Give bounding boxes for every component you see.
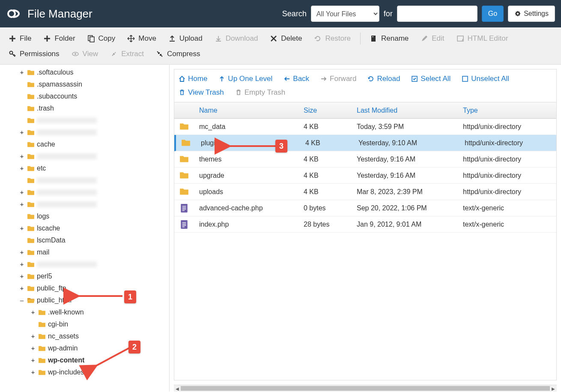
tree-item[interactable]: +wp-content — [2, 354, 169, 366]
table-body[interactable]: mc_data4 KBToday, 3:59 PMhttpd/unix-dire… — [174, 119, 556, 380]
file-button[interactable]: File — [3, 31, 37, 46]
tree-item[interactable]: +wp-includes — [2, 366, 169, 378]
compress-button[interactable]: Compress — [150, 46, 206, 62]
tree-item[interactable]: +lscache — [2, 222, 169, 234]
tree-item[interactable]: +.well-known — [2, 306, 169, 318]
file-type: httpd/unix-directory — [458, 156, 556, 163]
go-button[interactable]: Go — [482, 6, 504, 22]
home-button[interactable]: Home — [179, 73, 207, 85]
expander-icon[interactable]: + — [19, 165, 25, 172]
folder-button[interactable]: Folder — [37, 31, 81, 46]
table-row[interactable]: mc_data4 KBToday, 3:59 PMhttpd/unix-dire… — [174, 119, 556, 135]
col-size[interactable]: Size — [298, 107, 352, 114]
tree-item[interactable]: + — [2, 186, 169, 198]
app-header: File Manager Search All Your Files for G… — [0, 0, 561, 27]
expander-icon[interactable]: + — [19, 249, 25, 256]
expander-icon[interactable]: + — [30, 333, 36, 340]
annotation-2: 2 — [128, 341, 140, 353]
expander-icon[interactable]: + — [30, 309, 36, 316]
expander-icon[interactable]: + — [30, 345, 36, 352]
table-row[interactable]: uploads4 KBMar 8, 2023, 2:39 PMhttpd/uni… — [174, 184, 556, 200]
tree-label: public_ftp — [37, 284, 66, 292]
expander-icon[interactable]: + — [19, 285, 25, 292]
delete-button[interactable]: Delete — [264, 31, 308, 46]
tree-item[interactable]: +wp-admin — [2, 342, 169, 354]
download-button[interactable]: Download — [209, 31, 264, 46]
expander-icon[interactable]: + — [19, 201, 25, 208]
html-editor-button[interactable]: HTML Editor — [451, 31, 514, 46]
table-row[interactable]: index.php28 bytesJan 9, 2012, 9:01 AMtex… — [174, 216, 556, 233]
tree-item[interactable]: +.trash — [2, 102, 169, 114]
tree-item[interactable]: + — [2, 150, 169, 162]
tree-item[interactable]: + — [2, 258, 169, 270]
expander-icon[interactable]: + — [19, 273, 25, 280]
copy-button[interactable]: Copy — [81, 31, 122, 46]
forward-button[interactable]: Forward — [320, 73, 356, 85]
file-size: 28 bytes — [298, 221, 352, 228]
tree-item[interactable]: +mail — [2, 246, 169, 258]
view-button[interactable]: View — [66, 46, 104, 62]
file-name: advanced-cache.php — [194, 204, 298, 212]
up-button[interactable]: Up One Level — [218, 73, 272, 85]
folder-icon — [27, 201, 35, 208]
scroll-left-icon[interactable]: ◀ — [174, 385, 181, 392]
expander-icon[interactable]: + — [19, 153, 25, 160]
extract-button[interactable]: Extract — [104, 46, 150, 62]
restore-button[interactable]: Restore — [308, 31, 357, 46]
empty-trash-button[interactable]: Empty Trash — [235, 87, 285, 99]
file-size: 0 bytes — [298, 204, 352, 212]
expander-icon[interactable]: + — [19, 69, 25, 76]
permissions-button[interactable]: Permissions — [3, 46, 66, 62]
settings-button[interactable]: Settings — [508, 6, 555, 22]
tree-item[interactable]: +.subaccounts — [2, 90, 169, 102]
search-scope-select[interactable]: All Your Files — [311, 6, 379, 22]
expander-icon[interactable]: + — [30, 369, 36, 376]
view-trash-button[interactable]: View Trash — [179, 87, 224, 99]
col-type[interactable]: Type — [458, 107, 556, 114]
tree-item[interactable]: +cgi-bin — [2, 318, 169, 330]
folder-icon — [27, 165, 35, 172]
tree-item[interactable]: + — [2, 174, 169, 186]
tree-item[interactable]: + — [2, 198, 169, 210]
table-row[interactable]: themes4 KBYesterday, 9:16 AMhttpd/unix-d… — [174, 151, 556, 168]
tree-item[interactable]: +cache — [2, 138, 169, 150]
table-row[interactable]: advanced-cache.php0 bytesSep 20, 2022, 1… — [174, 200, 556, 216]
select-all-button[interactable]: Select All — [411, 73, 451, 85]
tree-item[interactable]: + — [2, 126, 169, 138]
scroll-thumb[interactable] — [181, 386, 550, 391]
tree-item[interactable]: +nc_assets — [2, 330, 169, 342]
tree-item[interactable]: +perl5 — [2, 270, 169, 282]
expander-icon[interactable]: + — [19, 189, 25, 196]
reload-button[interactable]: Reload — [367, 73, 400, 85]
expander-icon[interactable]: – — [19, 297, 25, 304]
tree-item[interactable]: +lscmData — [2, 234, 169, 246]
table-row[interactable]: upgrade4 KBYesterday, 9:16 AMhttpd/unix-… — [174, 168, 556, 184]
tree-item[interactable]: +logs — [2, 210, 169, 222]
folder-tree[interactable]: +.softaculous+.spamassassin+.subaccounts… — [0, 65, 169, 392]
col-name[interactable]: Name — [194, 107, 298, 114]
expander-icon[interactable]: + — [19, 261, 25, 268]
scroll-right-icon[interactable]: ▶ — [550, 385, 557, 392]
col-modified[interactable]: Last Modified — [352, 107, 458, 114]
folder-icon — [27, 261, 35, 268]
folder-icon — [38, 321, 46, 328]
upload-button[interactable]: Upload — [162, 31, 209, 46]
file-size: 4 KB — [298, 172, 352, 180]
expander-icon[interactable]: + — [30, 357, 36, 364]
tree-item[interactable]: +.spamassassin — [2, 78, 169, 90]
move-button[interactable]: Move — [121, 31, 162, 46]
expander-icon[interactable]: + — [19, 129, 25, 136]
rename-button[interactable]: Rename — [364, 31, 415, 46]
tree-item[interactable]: +etc — [2, 162, 169, 174]
cpanel-logo-icon — [6, 6, 21, 21]
expander-icon[interactable]: + — [19, 225, 25, 232]
back-button[interactable]: Back — [283, 73, 309, 85]
tree-item[interactable]: + — [2, 114, 169, 126]
horizontal-scrollbar[interactable]: ◀ ▶ — [174, 385, 557, 392]
edit-button[interactable]: Edit — [415, 31, 450, 46]
folder-icon — [27, 189, 35, 196]
tree-item[interactable]: +.softaculous — [2, 66, 169, 78]
unselect-all-button[interactable]: Unselect All — [462, 73, 509, 85]
search-input[interactable] — [397, 6, 477, 22]
download-icon — [215, 35, 222, 42]
